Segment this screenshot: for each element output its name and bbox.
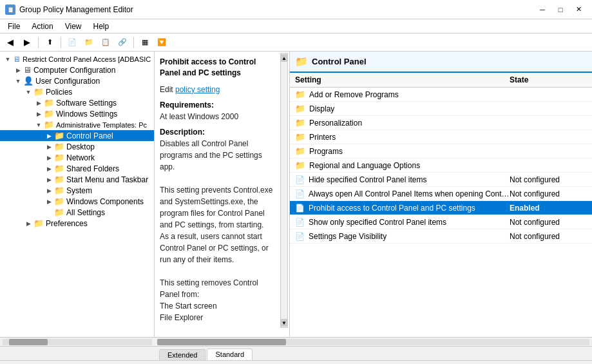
computer-icon: 🖥	[23, 65, 32, 75]
tab-standard[interactable]: Standard	[207, 349, 253, 360]
row-name: Hide specified Control Panel items	[309, 175, 510, 184]
show-hide-button[interactable]: 📄	[64, 35, 80, 50]
row-settings-visibility[interactable]: 📄 Settings Page Visibility Not configure…	[290, 229, 592, 244]
menu-action[interactable]: Action	[26, 21, 58, 32]
tree-item-software-settings[interactable]: ▶ 📁 Software Settings	[0, 97, 154, 108]
admin-label: Administrative Templates: Pc	[56, 121, 147, 129]
tree-item-admin-templates[interactable]: ▼ 📁 Administrative Templates: Pc	[0, 119, 154, 130]
cp-header-title: Control Panel	[312, 57, 367, 66]
forward-button[interactable]: ▶	[19, 35, 35, 50]
root-expander: ▼	[3, 56, 13, 62]
desc-title: Prohibit access to Control Panel and PC …	[160, 57, 274, 79]
settings-panel: 📁 Control Panel Setting State 📁 Add or R…	[290, 52, 592, 337]
tree-item-system[interactable]: ▶ 📁 System	[0, 185, 154, 196]
row-name: Settings Page Visibility	[309, 232, 510, 241]
row-prohibit-access[interactable]: 📄 Prohibit access to Control Panel and P…	[290, 201, 592, 215]
header-setting-label: Setting	[295, 75, 510, 84]
hscroll-track-left[interactable]	[3, 339, 152, 345]
hscroll-thumb-left[interactable]	[9, 339, 48, 345]
row-state: Not configured	[510, 232, 587, 241]
tree-item-shared-folders[interactable]: ▶ 📁 Shared Folders	[0, 163, 154, 174]
row-programs[interactable]: 📁 Programs	[290, 144, 592, 158]
tree-item-desktop[interactable]: ▶ 📁 Desktop	[0, 141, 154, 152]
cp-label: Control Panel	[66, 131, 113, 140]
tree-item-network[interactable]: ▶ 📁 Network	[0, 152, 154, 163]
desc-scroll-down[interactable]: ▼	[281, 319, 287, 327]
startmenu-expander: ▶	[44, 177, 54, 183]
row-show-only[interactable]: 📄 Show only specified Control Panel item…	[290, 215, 592, 229]
minimize-button[interactable]: ─	[534, 3, 551, 16]
hscroll-right[interactable]	[155, 338, 592, 347]
network-expander: ▶	[44, 155, 54, 161]
desc-scrollbar[interactable]: ▲ ▼	[280, 53, 288, 328]
root-icon: 🖥	[13, 55, 21, 64]
wincomp-label: Windows Components	[66, 197, 144, 206]
tree-root[interactable]: ▼ 🖥 Restrict Control Panel Access [ADBAS…	[0, 54, 154, 64]
window-title: Group Policy Management Editor	[19, 5, 133, 14]
menu-view[interactable]: View	[60, 21, 87, 32]
tree-item-preferences[interactable]: ▶ 📁 Preferences	[0, 218, 154, 229]
close-button[interactable]: ✕	[570, 3, 587, 16]
network-label: Network	[66, 153, 95, 162]
tree-item-windows-components[interactable]: ▶ 📁 Windows Components	[0, 196, 154, 207]
tree-item-policies[interactable]: ▼ 📁 Policies	[0, 86, 154, 97]
bottom-tabs: Extended Standard	[0, 346, 592, 360]
up-button[interactable]: ⬆	[42, 35, 57, 50]
tree-root-label: Restrict Control Panel Access [ADBASIC	[23, 55, 151, 63]
folder-icon: 📁	[295, 160, 305, 170]
row-display[interactable]: 📁 Display	[290, 102, 592, 116]
network-icon: 📁	[54, 153, 64, 162]
hscroll-track-right[interactable]	[157, 339, 589, 345]
row-name: Printers	[309, 133, 510, 142]
filter-button[interactable]: 🔽	[154, 35, 169, 50]
startmenu-label: Start Menu and Taskbar	[66, 175, 148, 184]
admin-expander: ▼	[33, 122, 44, 128]
menu-help[interactable]: Help	[88, 21, 115, 32]
desc-scroll-up[interactable]: ▲	[281, 54, 287, 62]
row-name: Regional and Language Options	[309, 161, 510, 170]
system-expander: ▶	[44, 187, 54, 194]
folder-button[interactable]: 📁	[81, 35, 97, 50]
description-text: Disables all Control Panel programs and …	[160, 138, 274, 337]
maximize-button[interactable]: □	[552, 3, 569, 16]
tab-extended[interactable]: Extended	[159, 349, 205, 360]
hscroll-left[interactable]	[0, 338, 155, 347]
cp-icon: 📁	[54, 131, 64, 140]
requirements-text: At least Windows 2000	[160, 111, 274, 122]
row-printers[interactable]: 📁 Printers	[290, 130, 592, 144]
row-add-remove[interactable]: 📁 Add or Remove Programs	[290, 88, 592, 102]
menubar: File Action View Help	[0, 19, 592, 34]
hscroll-thumb-right[interactable]	[157, 339, 286, 345]
row-personalization[interactable]: 📁 Personalization	[290, 116, 592, 130]
properties-button[interactable]: 📋	[98, 35, 113, 50]
tree-item-control-panel[interactable]: ▶ 📁 Control Panel	[0, 130, 154, 141]
computer-label: Computer Configuration	[33, 66, 115, 75]
hscroll-area	[0, 337, 592, 346]
admin-icon: 📁	[44, 120, 54, 129]
row-always-open[interactable]: 📄 Always open All Control Panel Items wh…	[290, 187, 592, 201]
app-icon: 📋	[5, 5, 15, 15]
tree-item-all-settings[interactable]: ▶ 📁 All Settings	[0, 207, 154, 218]
row-name: Personalization	[309, 119, 510, 128]
tree-panel: ▼ 🖥 Restrict Control Panel Access [ADBAS…	[0, 52, 155, 337]
wincomp-expander: ▶	[44, 198, 54, 205]
link-button[interactable]: 🔗	[115, 35, 130, 50]
toolbar-separator-2	[61, 37, 61, 48]
tree-item-user-config[interactable]: ▼ 👤 User Configuration	[0, 75, 154, 86]
policies-label: Policies	[46, 88, 72, 97]
tree-item-computer-config[interactable]: ▶ 🖥 Computer Configuration	[0, 64, 154, 75]
policies-expander: ▼	[23, 89, 33, 95]
system-label: System	[66, 186, 92, 195]
tree-item-windows-settings[interactable]: ▶ 📁 Windows Settings	[0, 108, 154, 119]
policy-link[interactable]: policy setting	[175, 85, 220, 94]
menu-file[interactable]: File	[3, 21, 25, 32]
statusbar: 5 setting(s)	[0, 360, 592, 364]
tree-item-start-menu[interactable]: ▶ 📁 Start Menu and Taskbar	[0, 174, 154, 185]
row-regional[interactable]: 📁 Regional and Language Options	[290, 158, 592, 173]
toolbar-separator-1	[38, 37, 39, 48]
view-button[interactable]: ▦	[137, 35, 153, 50]
row-hide-specified[interactable]: 📄 Hide specified Control Panel items Not…	[290, 173, 592, 187]
settings-header: Setting State	[290, 73, 592, 88]
allset-icon: 📁	[54, 207, 64, 217]
back-button[interactable]: ◀	[3, 35, 18, 50]
